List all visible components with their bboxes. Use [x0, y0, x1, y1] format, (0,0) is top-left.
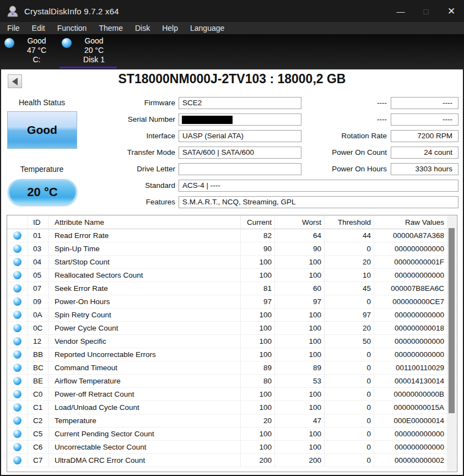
disk-tab-disk1[interactable]: Good 20 °C Disk 1 — [58, 36, 117, 68]
cell-id: C2 — [28, 414, 49, 427]
status-orb-icon — [13, 456, 21, 464]
status-orb-icon — [13, 443, 21, 451]
table-row[interactable]: 0CPower Cycle Count10010020000000000018 — [7, 322, 457, 335]
disk-tab-name: C: — [16, 55, 57, 64]
titlebar: CrystalDiskInfo 9.7.2 x64 — □ ✕ — [0, 0, 464, 22]
health-status-button[interactable]: Good — [7, 111, 77, 149]
cell-id: 12 — [28, 335, 49, 348]
cell-threshold: 0 — [325, 401, 374, 414]
cell-id: 01 — [28, 229, 49, 242]
table-row[interactable]: BCCommand Timeout89890001100110029 — [7, 361, 457, 375]
cell-worst: 100 — [275, 335, 325, 348]
cell-worst: 89 — [275, 361, 325, 374]
cell-worst: 47 — [275, 414, 325, 427]
disk-model-title: ST18000NM000J-2TV103 : 18000,2 GB — [34, 72, 430, 86]
menu-file[interactable]: File — [1, 23, 26, 33]
table-row[interactable]: C2Temperature20470000E00000014 — [7, 414, 457, 428]
power-on-count-value: 24 count — [391, 147, 458, 159]
table-row[interactable]: C0Power-off Retract Count100100000000000… — [7, 388, 457, 401]
table-scrollbar[interactable] — [447, 216, 456, 471]
menu-function[interactable]: Function — [51, 23, 93, 33]
menu-theme[interactable]: Theme — [93, 23, 129, 33]
table-row[interactable]: BEAirflow Temperature80530000014130014 — [7, 375, 457, 388]
minimize-button[interactable]: — — [388, 0, 413, 22]
table-row[interactable]: C6Uncorrectable Sector Count100100000000… — [7, 441, 457, 454]
status-orb-icon — [13, 364, 21, 372]
cell-threshold: 44 — [325, 229, 374, 242]
cell-attribute-name: Start/Stop Count — [49, 256, 241, 268]
menu-disk[interactable]: Disk — [129, 23, 156, 33]
disk-tabstrip: Good 47 °C C: Good 20 °C Disk 1 — [0, 34, 464, 69]
maximize-button[interactable]: □ — [413, 0, 439, 22]
cell-attribute-name: Power-On Hours — [49, 295, 241, 308]
cell-current: 80 — [241, 375, 275, 387]
menu-help[interactable]: Help — [156, 23, 184, 33]
back-button[interactable] — [8, 74, 22, 88]
header-status — [7, 215, 28, 229]
standard-label: Standard — [84, 180, 175, 192]
transfer-mode-value: SATA/600 | SATA/600 — [179, 147, 301, 159]
table-row[interactable]: BBReported Uncorrectable Errors100100000… — [7, 348, 457, 361]
status-orb-cell — [7, 242, 28, 255]
serial-number-redaction — [182, 116, 233, 124]
cell-worst: 200 — [275, 454, 325, 467]
close-button[interactable]: ✕ — [439, 0, 464, 22]
header-current[interactable]: Current — [241, 215, 275, 229]
cell-attribute-name: Reported Uncorrectable Errors — [49, 348, 241, 361]
header-id[interactable]: ID — [28, 215, 49, 229]
cell-threshold: 0 — [325, 242, 374, 255]
dash-label-2: ---- — [301, 113, 387, 126]
table-row[interactable]: 05Reallocated Sectors Count1001001000000… — [7, 269, 457, 282]
cell-id: C5 — [28, 428, 49, 440]
cell-threshold: 45 — [325, 282, 374, 295]
disk-status-orb-icon — [62, 38, 72, 48]
menu-edit[interactable]: Edit — [26, 23, 51, 33]
cell-raw-values: 000007B8EA6C — [374, 282, 447, 295]
cell-id: 09 — [28, 295, 49, 308]
status-orb-icon — [13, 416, 21, 425]
disk-tab-c[interactable]: Good 47 °C C: — [1, 36, 60, 68]
table-row[interactable]: 03Spin-Up Time90900000000000000 — [7, 242, 457, 256]
header-worst[interactable]: Worst — [275, 215, 325, 229]
table-row[interactable]: 09Power-On Hours97970000000000CE7 — [7, 295, 457, 309]
cell-threshold: 50 — [325, 335, 374, 348]
cell-attribute-name: Command Timeout — [49, 361, 241, 374]
table-row[interactable]: C1Load/Unload Cycle Count100100000000000… — [7, 401, 457, 414]
cell-raw-values: 000014130014 — [374, 375, 447, 387]
table-row[interactable]: 07Seek Error Rate816045000007B8EA6C — [7, 282, 457, 295]
table-scrollbar-thumb[interactable] — [449, 228, 455, 413]
status-orb-cell — [7, 295, 28, 308]
table-row[interactable]: 01Read Error Rate82644400000A87A368 — [7, 229, 457, 242]
cell-worst: 100 — [275, 348, 325, 361]
status-orb-icon — [13, 271, 21, 279]
header-threshold[interactable]: Threshold — [325, 215, 374, 229]
table-row[interactable]: 12Vendor Specific10010050000000000000 — [7, 335, 457, 348]
table-row[interactable]: 04Start/Stop Count1001002000000000001F — [7, 256, 457, 269]
cell-attribute-name: Temperature — [49, 414, 241, 427]
cell-threshold: 0 — [325, 295, 374, 308]
disk-tab-name: Disk 1 — [73, 55, 115, 64]
back-arrow-icon — [12, 78, 18, 85]
cell-threshold: 0 — [325, 348, 374, 361]
cell-worst: 90 — [275, 242, 325, 255]
header-attribute-name[interactable]: Attribute Name — [49, 215, 241, 229]
header-raw-values[interactable]: Raw Values — [374, 215, 447, 229]
cell-attribute-name: Seek Error Rate — [49, 282, 241, 295]
table-row[interactable]: C7UltraDMA CRC Error Count20020000000000… — [7, 454, 457, 467]
cell-raw-values: 000000000CE7 — [374, 295, 447, 308]
menu-language[interactable]: Language — [184, 23, 230, 33]
window-controls: — □ ✕ — [388, 0, 464, 22]
firmware-label: Firmware — [84, 97, 175, 109]
cell-threshold: 10 — [325, 269, 374, 282]
rotation-rate-label: Rotation Rate — [301, 130, 387, 142]
table-row[interactable]: C5Current Pending Sector Count1001000000… — [7, 428, 457, 441]
cell-worst: 100 — [275, 401, 325, 414]
cell-raw-values: 000000000002 — [374, 454, 447, 467]
cell-worst: 64 — [275, 229, 325, 242]
table-row[interactable]: 0ASpin Retry Count10010097000000000000 — [7, 309, 457, 322]
menubar: File Edit Function Theme Disk Help Langu… — [0, 22, 464, 34]
cell-raw-values: 000000000018 — [374, 322, 447, 334]
status-orb-icon — [13, 284, 21, 293]
temperature-indicator[interactable]: 20 °C — [8, 179, 77, 205]
cell-raw-values: 00000000015A — [374, 401, 447, 414]
